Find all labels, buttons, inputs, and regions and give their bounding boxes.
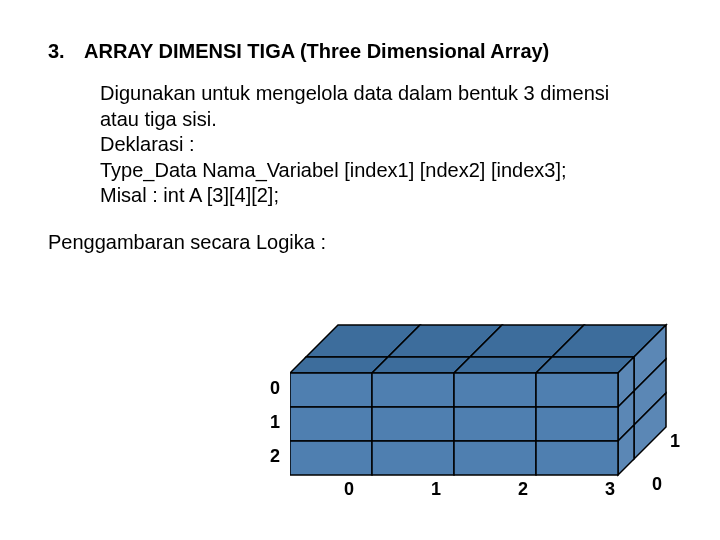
heading-number: 3. [48,40,84,63]
body-line: Misal : int A [3][4][2]; [100,183,672,209]
svg-rect-23 [372,441,454,475]
col-label: 0 [308,479,390,500]
svg-rect-18 [290,407,372,441]
body-line: Deklarasi : [100,132,672,158]
row-label: 1 [270,405,280,439]
array-3d-diagram: 0 1 2 0 1 2 3 1 0 [290,315,690,515]
depth-label: 1 [670,431,680,452]
svg-rect-17 [536,373,618,407]
section-heading: 3. ARRAY DIMENSI TIGA (Three Dimensional… [48,40,672,63]
svg-rect-22 [290,441,372,475]
row-label: 0 [270,371,280,405]
col-index-labels: 0 1 2 3 [308,479,651,500]
svg-rect-14 [290,373,372,407]
svg-marker-4 [290,357,388,373]
logika-label: Penggambaran secara Logika : [48,231,672,254]
row-label: 2 [270,439,280,473]
heading-title: ARRAY DIMENSI TIGA (Three Dimensional Ar… [84,40,549,63]
svg-rect-19 [372,407,454,441]
row-index-labels: 0 1 2 [270,371,280,473]
svg-marker-6 [454,357,552,373]
body-line: Digunakan untuk mengelola data dalam ben… [100,81,672,107]
body-line: atau tiga sisi. [100,107,672,133]
svg-rect-16 [454,373,536,407]
svg-rect-20 [454,407,536,441]
svg-marker-7 [536,357,634,373]
body-line: Type_Data Nama_Variabel [index1] [ndex2]… [100,158,672,184]
svg-rect-21 [536,407,618,441]
svg-rect-15 [372,373,454,407]
svg-rect-25 [536,441,618,475]
col-label: 2 [482,479,564,500]
svg-rect-24 [454,441,536,475]
depth-label: 0 [652,474,662,495]
col-label: 1 [395,479,477,500]
svg-marker-5 [372,357,470,373]
col-label: 3 [569,479,651,500]
body-text: Digunakan untuk mengelola data dalam ben… [100,81,672,209]
